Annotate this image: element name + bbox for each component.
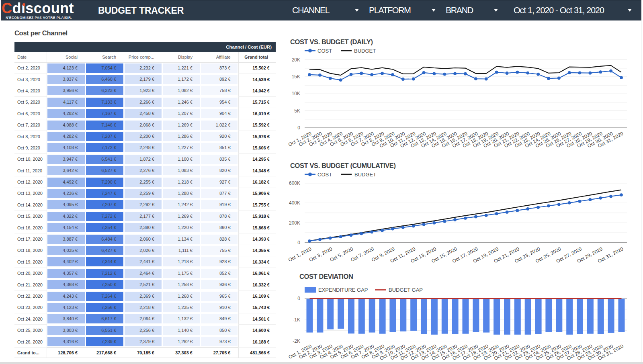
svg-text:COST: COST	[317, 172, 332, 178]
svg-text:0: 0	[297, 125, 300, 131]
svg-text:400K: 400K	[289, 200, 300, 206]
svg-text:600K: 600K	[289, 180, 300, 186]
svg-text:-2K: -2K	[293, 338, 300, 344]
svg-text:0: 0	[297, 296, 300, 301]
svg-text:COST VS. BUDGET (CUMULATIVE): COST VS. BUDGET (CUMULATIVE)	[290, 162, 396, 169]
svg-text:0: 0	[297, 240, 300, 245]
svg-text:COST: COST	[317, 48, 332, 54]
svg-text:BUDGET: BUDGET	[354, 172, 376, 178]
svg-text:COST DEVIATION: COST DEVIATION	[299, 273, 353, 280]
svg-text:200K: 200K	[289, 220, 300, 226]
svg-text:BUDGET GAP: BUDGET GAP	[389, 287, 423, 293]
svg-text:COST VS. BUDGET (DAILY): COST VS. BUDGET (DAILY)	[290, 38, 373, 45]
svg-text:EXPENDITURE GAP: EXPENDITURE GAP	[318, 287, 368, 293]
svg-text:-1K: -1K	[293, 317, 300, 323]
svg-text:Oct 5, 2020: Oct 5, 2020	[329, 246, 354, 263]
svg-text:Oct 3, 2020: Oct 3, 2020	[308, 246, 333, 263]
svg-text:Oct 7, 2020: Oct 7, 2020	[350, 246, 375, 263]
svg-text:5K: 5K	[294, 108, 300, 114]
svg-text:10K: 10K	[292, 91, 300, 96]
svg-text:20K: 20K	[292, 57, 300, 63]
svg-text:Oct 1, 2020: Oct 1, 2020	[287, 246, 312, 263]
svg-text:BUDGET: BUDGET	[354, 48, 376, 54]
svg-text:15K: 15K	[292, 74, 300, 80]
